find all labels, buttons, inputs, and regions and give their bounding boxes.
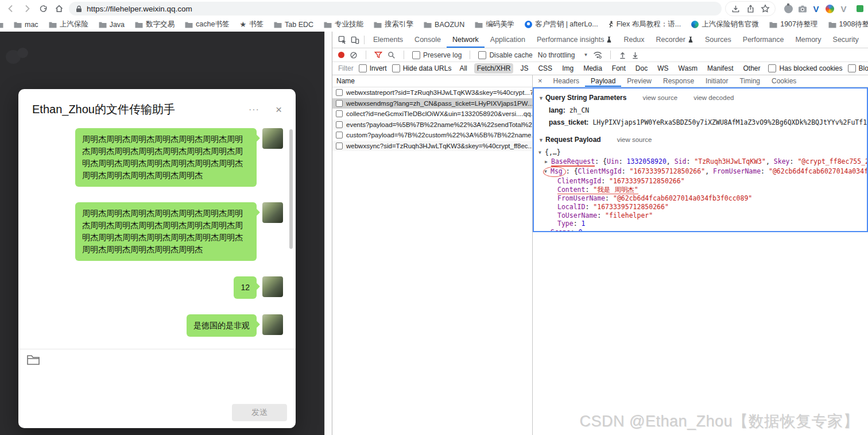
detail-tab-headers[interactable]: Headers [548,75,585,87]
url-bar[interactable]: https://filehelper.weixin.qq.com [69,2,722,16]
tab-performance-insights[interactable]: Performance insights [531,32,618,48]
tab-security[interactable]: Security [827,32,865,48]
request-checkbox[interactable] [336,132,343,138]
avatar[interactable] [262,202,283,223]
filter-chip-font[interactable]: Font [609,63,629,74]
detail-tab-response[interactable]: Response [657,75,700,87]
gray-v-extension-icon[interactable]: V [839,4,848,14]
preserve-log-checkbox[interactable]: Preserve log [412,51,462,59]
filter-chip-ws[interactable]: WS [654,63,671,74]
detail-tab-preview[interactable]: Preview [621,75,657,87]
filter-chip-doc[interactable]: Doc [633,63,650,74]
throttling-select[interactable]: No throttling▼ [538,51,588,59]
colorful-ball-extension-icon[interactable] [825,4,835,14]
invert-checkbox[interactable]: Invert [359,64,387,72]
bookmark-item[interactable] [0,21,3,28]
bookmark-item[interactable]: BAOZUN [424,21,464,29]
filter-chip-img[interactable]: Img [559,63,576,74]
bookmark-star-icon[interactable] [759,2,772,15]
bookmark-item[interactable]: cache书签 [185,20,229,29]
folder-attach-icon[interactable] [26,354,40,368]
request-checkbox[interactable] [336,121,343,128]
tab-recorder[interactable]: Recorder [650,32,699,48]
filter-chip-manifest[interactable]: Manifest [704,63,736,74]
page-scrollbar-track[interactable] [324,32,332,435]
tab-performance[interactable]: Performance [737,32,790,48]
tab-memory[interactable]: Memory [789,32,827,48]
tab-sources[interactable]: Sources [699,32,737,48]
bookmark-item[interactable]: ★书签 [239,20,264,29]
expand-arrow-icon[interactable]: ▼ [538,149,545,157]
close-icon[interactable]: × [276,103,282,116]
clear-icon[interactable] [350,51,358,59]
detail-tab-cookies[interactable]: Cookies [766,75,802,87]
request-checkbox[interactable] [336,89,343,96]
export-har-icon[interactable] [631,51,639,59]
bookmark-item[interactable]: 数字交易 [135,20,175,29]
scrollbar-thumb[interactable] [289,129,293,249]
pomodoro-extension-icon[interactable] [784,4,793,14]
filter-chip-all[interactable]: All [456,63,470,74]
blocked-requests-checkbox[interactable]: Blocked Requests [848,64,868,72]
detail-tab-initiator[interactable]: Initiator [700,75,734,87]
reload-icon[interactable] [37,2,49,15]
import-har-icon[interactable] [619,51,626,59]
bookmark-item[interactable]: Java [99,21,125,29]
search-icon[interactable] [388,51,396,59]
bookmark-item[interactable]: 上汽保险销售官微 [691,20,759,29]
detail-tab-timing[interactable]: Timing [734,75,766,87]
camera-extension-icon[interactable] [797,4,807,14]
view-source-link[interactable]: view source [642,94,677,101]
filter-funnel-icon[interactable] [374,51,382,59]
bookmark-item[interactable]: 专业技能 [324,20,363,29]
network-request-row[interactable]: webwxstatreport?sid=TzRuqh3HJwLTqKW3&ske… [332,87,532,98]
back-icon[interactable] [5,2,17,15]
filter-chip-fetch-xhr[interactable]: Fetch/XHR [474,63,514,74]
network-request-row[interactable]: collect?id=neGcmxiTleDBclOiWX&uin=133205… [332,109,532,120]
avatar[interactable] [262,128,283,149]
filter-chip-js[interactable]: JS [517,63,531,74]
bookmark-item[interactable]: 编码美学 [475,20,514,29]
view-source-link[interactable]: view source [617,136,652,143]
disable-cache-checkbox[interactable]: Disable cache [478,51,532,59]
download-icon[interactable] [729,2,742,15]
detail-tab-payload[interactable]: Payload [585,75,621,87]
network-request-row[interactable]: custom?payload=%7B%22custom%22%3A%5B%7B%… [332,130,532,141]
request-checkbox[interactable] [336,100,343,107]
view-decoded-link[interactable]: view decoded [693,94,734,101]
network-conditions-icon[interactable] [593,51,602,59]
has-blocked-cookies-checkbox[interactable]: Has blocked cookies [768,64,842,72]
tab-redux[interactable]: Redux [618,32,650,48]
expand-arrow-icon[interactable]: ▶ [545,158,551,167]
forward-icon[interactable] [21,2,33,15]
send-button[interactable]: 发送 [232,404,287,421]
more-menu-icon[interactable]: ··· [249,105,259,115]
network-request-row[interactable]: webwxsendmsg?lang=zh_CN&pass_ticket=LHyP… [332,98,532,109]
bookmark-item[interactable]: mac [14,21,38,29]
device-toolbar-icon[interactable] [348,33,361,46]
network-request-row[interactable]: webwxsync?sid=TzRuqh3HJwLTqKW3&skey=%40c… [332,141,532,152]
avatar[interactable] [262,314,283,335]
name-column-header[interactable]: Name [332,75,532,87]
chat-input-area[interactable]: 发送 [18,349,296,428]
blue-v-extension-icon[interactable]: V [811,4,821,14]
record-button[interactable] [338,52,344,58]
bookmark-item[interactable]: 上汽保险 [49,20,88,29]
bookmark-item[interactable]: 1907待整理 [769,20,817,29]
request-checkbox[interactable] [336,110,343,117]
tab-elements[interactable]: Elements [367,32,409,48]
tab-network[interactable]: Network [447,32,485,48]
request-checkbox[interactable] [336,143,343,149]
tab-application[interactable]: Application [485,32,531,48]
bookmark-item[interactable]: Flex 布局教程：语... [609,20,681,29]
expand-arrow-icon[interactable]: ▼ [538,137,545,143]
close-detail-icon[interactable]: × [533,76,548,85]
share-icon[interactable] [744,2,757,15]
expand-arrow-icon[interactable]: ▼ [538,95,545,101]
tab-lighthouse[interactable]: Lighthouse [865,32,868,48]
home-icon[interactable] [53,2,65,15]
tab-console[interactable]: Console [409,32,447,48]
bookmark-item[interactable]: 客户营销 | afterLo... [525,20,598,29]
filter-chip-other[interactable]: Other [740,63,763,74]
bookmark-item[interactable]: 搜索引擎 [374,20,413,29]
